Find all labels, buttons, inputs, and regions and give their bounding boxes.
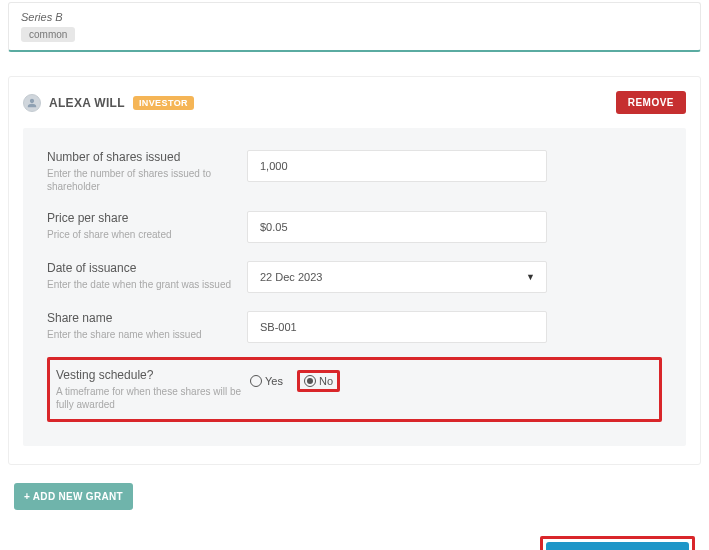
label-share-name: Share name bbox=[47, 311, 247, 325]
submit-button[interactable]: SUBMIT bbox=[546, 542, 689, 550]
vesting-yes-label: Yes bbox=[265, 375, 283, 387]
vesting-highlight: Vesting schedule? A timeframe for when t… bbox=[47, 357, 662, 422]
label-vesting: Vesting schedule? bbox=[56, 368, 250, 382]
footer: + ADD NEW GRANT SUBMIT bbox=[8, 473, 701, 550]
form-area: Number of shares issued Enter the number… bbox=[23, 128, 686, 446]
sublabel-price: Price of share when created bbox=[47, 228, 247, 241]
date-select[interactable] bbox=[247, 261, 547, 293]
shares-input[interactable] bbox=[247, 150, 547, 182]
vesting-radio-group: Yes No bbox=[250, 368, 340, 392]
user-name: ALEXA WILL bbox=[49, 96, 125, 110]
sublabel-date: Enter the date when the grant was issued bbox=[47, 278, 247, 291]
radio-icon bbox=[304, 375, 316, 387]
label-price: Price per share bbox=[47, 211, 247, 225]
label-date: Date of issuance bbox=[47, 261, 247, 275]
submit-highlight: SUBMIT bbox=[540, 536, 695, 550]
avatar-icon bbox=[23, 94, 41, 112]
row-date: Date of issuance Enter the date when the… bbox=[47, 261, 662, 293]
series-type-pill: common bbox=[21, 27, 75, 42]
series-card: Series B common bbox=[8, 2, 701, 52]
remove-button[interactable]: REMOVE bbox=[616, 91, 686, 114]
vesting-no-highlight: No bbox=[297, 370, 340, 392]
price-input[interactable] bbox=[247, 211, 547, 243]
share-name-input[interactable] bbox=[247, 311, 547, 343]
radio-icon bbox=[250, 375, 262, 387]
label-shares: Number of shares issued bbox=[47, 150, 247, 164]
card-header: ALEXA WILL INVESTOR REMOVE bbox=[23, 91, 686, 114]
grant-card: ALEXA WILL INVESTOR REMOVE Number of sha… bbox=[8, 76, 701, 465]
sublabel-vesting: A timeframe for when these shares will b… bbox=[56, 385, 250, 411]
row-share-name: Share name Enter the share name when iss… bbox=[47, 311, 662, 343]
row-shares: Number of shares issued Enter the number… bbox=[47, 150, 662, 193]
sublabel-share-name: Enter the share name when issued bbox=[47, 328, 247, 341]
vesting-no-label: No bbox=[319, 375, 333, 387]
row-price: Price per share Price of share when crea… bbox=[47, 211, 662, 243]
series-label: Series B bbox=[21, 11, 688, 23]
sublabel-shares: Enter the number of shares issued to sha… bbox=[47, 167, 247, 193]
vesting-no-radio[interactable]: No bbox=[304, 375, 333, 387]
user-block: ALEXA WILL INVESTOR bbox=[23, 94, 194, 112]
investor-badge: INVESTOR bbox=[133, 96, 194, 110]
vesting-yes-radio[interactable]: Yes bbox=[250, 375, 283, 387]
add-grant-button[interactable]: + ADD NEW GRANT bbox=[14, 483, 133, 510]
